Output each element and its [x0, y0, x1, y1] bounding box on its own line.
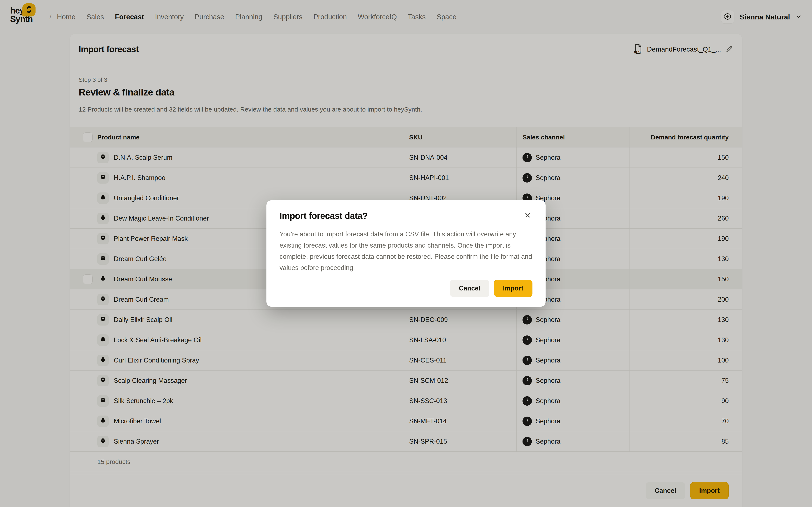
- dialog-cancel-button[interactable]: Cancel: [450, 280, 489, 297]
- dialog-title: Import forecast data?: [280, 210, 368, 221]
- dialog-import-button[interactable]: Import: [494, 280, 532, 297]
- import-confirmation-dialog: Import forecast data? You’re about to im…: [266, 200, 546, 307]
- close-icon: [524, 216, 531, 220]
- dialog-body-text: You’re about to import forecast data fro…: [280, 229, 532, 273]
- close-dialog-button[interactable]: [523, 210, 532, 221]
